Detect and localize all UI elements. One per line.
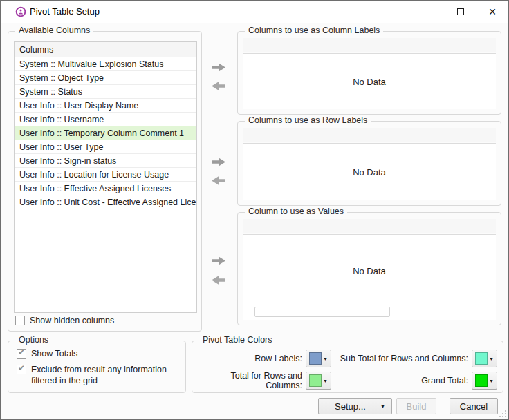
cancel-button[interactable]: Cancel [450, 398, 498, 414]
column-item[interactable]: User Info :: Location for License Usage [15, 168, 196, 182]
available-columns-group-label: Available Columns [15, 26, 93, 35]
remove-column-label-button[interactable] [207, 77, 230, 94]
checkbox-box[interactable]: ✔ [17, 349, 26, 359]
row-labels-group: Columns to use as Row Labels No Data [237, 121, 501, 206]
setup-button[interactable]: Setup... ▼ [318, 398, 392, 414]
pivot-colors-group: Pivot Table Colors Row Labels: ▼ Sub Tot… [192, 341, 503, 393]
checkbox-box[interactable] [15, 316, 25, 325]
left-arrow-icon [210, 80, 228, 92]
show-totals-checkbox[interactable]: ✔ Show Totals [17, 348, 77, 359]
add-row-label-button[interactable] [207, 153, 230, 170]
options-group: Options ✔ Show Totals ✔ Exclude from res… [8, 341, 186, 393]
check-icon: ✔ [18, 347, 25, 357]
checkbox-label: Show Totals [31, 348, 77, 359]
column-item[interactable]: System :: Object Type [15, 71, 196, 85]
remove-values-button[interactable] [207, 271, 230, 288]
right-arrow-icon [210, 61, 228, 73]
right-arrow-icon [210, 255, 228, 267]
dropdown-arrow-icon: ▼ [489, 379, 494, 383]
column-labels-group-label: Columns to use as Column Labels [245, 26, 383, 35]
minimize-button[interactable] [413, 1, 445, 23]
column-item[interactable]: User Info :: Sign-in status [15, 154, 196, 168]
color-swatch [475, 374, 488, 387]
available-columns-group: Available Columns Columns System :: Mult… [8, 31, 202, 332]
row-labels-group-label: Columns to use as Row Labels [245, 115, 371, 125]
subtotal-color-label: Sub Total for Rows and Columns: [303, 354, 472, 363]
scrollbar-grip-icon [320, 309, 325, 314]
check-icon: ✔ [18, 363, 25, 373]
remove-row-label-button[interactable] [207, 172, 230, 189]
values-horizontal-scrollbar[interactable] [254, 307, 390, 317]
total-color-label: Total for Rows and Columns: [195, 371, 306, 390]
build-button[interactable]: Build [396, 398, 436, 414]
build-button-label: Build [407, 401, 427, 412]
left-arrow-icon [210, 175, 228, 187]
dropdown-arrow-icon: ▼ [489, 356, 494, 361]
left-arrow-icon [210, 274, 228, 286]
add-values-button[interactable] [207, 252, 230, 269]
values-group: Column to use as Values No Data [237, 212, 501, 325]
values-group-label: Column to use as Values [245, 207, 347, 216]
pivot-table-setup-dialog: Pivot Table Setup ✕ Available Columns Co… [0, 0, 509, 420]
column-item[interactable]: User Info :: User Type [15, 140, 196, 154]
checkbox-label: Exclude from result any information filt… [31, 364, 177, 386]
row-labels-color-label: Row Labels: [195, 354, 306, 363]
column-item[interactable]: User Info :: Effective Assigned Licenses [15, 182, 196, 195]
close-button[interactable]: ✕ [476, 1, 508, 23]
options-group-label: Options [15, 335, 52, 345]
checkbox-box[interactable]: ✔ [17, 365, 26, 374]
column-item-selected[interactable]: User Info :: Temporary Column Comment 1 [15, 126, 196, 140]
maximize-icon [457, 8, 464, 15]
subtotal-color-dropdown[interactable]: ▼ [472, 350, 497, 368]
grand-total-color-dropdown[interactable]: ▼ [472, 372, 497, 390]
grand-total-color-label: Grand Total: [303, 376, 472, 385]
values-list-header [243, 219, 496, 233]
no-data-text: No Data [353, 77, 386, 87]
column-labels-drop-area[interactable]: No Data [243, 53, 496, 109]
maximize-button[interactable] [445, 1, 476, 23]
column-item[interactable]: User Info :: Username [15, 113, 196, 126]
row-labels-list-header [243, 128, 496, 142]
titlebar: Pivot Table Setup ✕ [1, 1, 508, 23]
column-labels-group: Columns to use as Column Labels No Data [237, 31, 501, 115]
app-icon [15, 6, 26, 17]
column-item[interactable]: System :: Status [15, 85, 196, 99]
checkbox-label: Show hidden columns [30, 315, 114, 326]
dropdown-arrow-icon: ▼ [380, 404, 385, 409]
subtotal-color-field: Sub Total for Rows and Columns: ▼ [303, 350, 497, 368]
setup-button-label: Setup... [335, 401, 366, 412]
no-data-text: No Data [353, 167, 386, 178]
right-arrow-icon [210, 156, 228, 168]
cancel-button-label: Cancel [460, 401, 488, 412]
column-item[interactable]: User Info :: Unit Cost - Effective Assig… [15, 195, 196, 209]
available-columns-list[interactable]: Columns System :: Multivalue Explosion S… [14, 41, 197, 313]
row-labels-drop-area[interactable]: No Data [243, 143, 496, 200]
column-item[interactable]: System :: Multivalue Explosion Status [15, 57, 196, 71]
color-swatch [475, 352, 488, 365]
add-column-label-button[interactable] [207, 59, 230, 75]
exclude-filtered-checkbox[interactable]: ✔ Exclude from result any information fi… [17, 364, 177, 386]
column-item[interactable]: User Info :: User Display Name [15, 99, 196, 113]
close-icon: ✕ [488, 7, 497, 17]
window-title: Pivot Table Setup [30, 6, 100, 17]
no-data-text: No Data [353, 266, 386, 276]
minimize-icon [425, 12, 433, 12]
column-labels-list-header [243, 38, 496, 52]
show-hidden-columns-checkbox[interactable]: Show hidden columns [15, 315, 114, 326]
columns-list-header[interactable]: Columns [15, 42, 196, 57]
resize-grip[interactable] [498, 409, 506, 417]
pivot-colors-group-label: Pivot Table Colors [199, 335, 276, 345]
grand-total-color-field: Grand Total: ▼ [303, 372, 497, 390]
